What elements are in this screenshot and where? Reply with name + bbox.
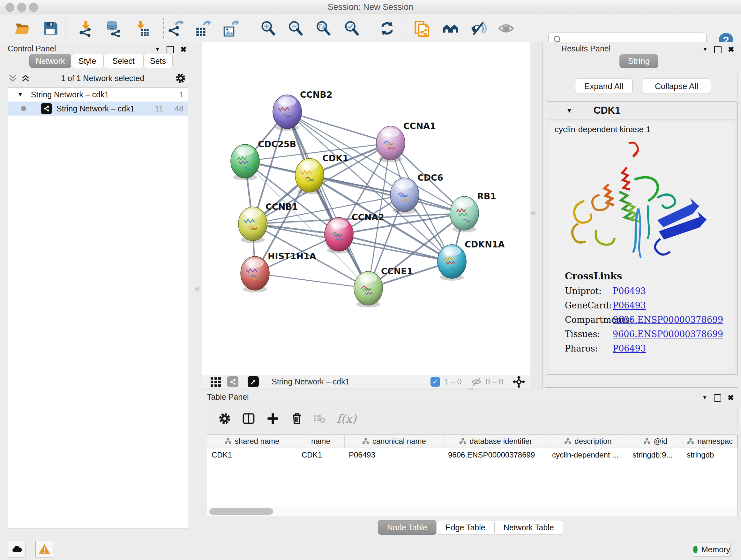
network-node-CCNA1[interactable] (376, 126, 405, 162)
function-builder-icon[interactable]: f(x) (337, 412, 356, 425)
import-table-icon[interactable] (133, 20, 150, 37)
network-node-HIST1H1A[interactable] (241, 256, 269, 293)
crosslink-link[interactable]: 9606.ENSP00000378699 (613, 329, 723, 339)
tab-edge-table[interactable]: Edge Table (436, 520, 495, 535)
add-column-icon[interactable] (266, 412, 280, 426)
open-session-icon[interactable] (14, 20, 31, 37)
network-node-CCNB2[interactable] (273, 95, 301, 131)
crosslink-link[interactable]: P06493 (613, 344, 646, 354)
grid-view-icon[interactable] (210, 376, 221, 388)
crosslink-link[interactable]: 9606.ENSP00000378699 (613, 315, 723, 325)
network-collection-row[interactable]: ▼ String Network – cdk1 1 (8, 87, 188, 102)
table-panel-float-icon[interactable] (714, 394, 721, 401)
table-cell[interactable]: CDK1 (297, 448, 344, 462)
toolbar-separator (163, 18, 164, 38)
table-horizontal-scrollbar[interactable] (207, 507, 737, 516)
import-network-database-icon[interactable] (105, 20, 122, 37)
zoom-fit-icon[interactable] (315, 20, 332, 37)
network-node-CCNB1[interactable] (239, 207, 267, 243)
delete-table-icon[interactable] (313, 412, 326, 425)
table-options-gear-icon[interactable] (218, 412, 231, 425)
selected-nodes-checkbox[interactable]: ✓ (430, 377, 440, 387)
network-node-CDC25B[interactable] (231, 144, 259, 180)
network-node-CCNE1[interactable] (354, 271, 383, 307)
network-tree: ▼ String Network – cdk1 1 String Network… (8, 87, 188, 528)
collection-count: 1 (179, 90, 184, 99)
network-edges[interactable] (245, 112, 464, 288)
table-cell[interactable]: stringdb (682, 448, 737, 462)
zoom-selected-icon[interactable] (343, 20, 360, 37)
show-columns-icon[interactable] (242, 412, 256, 426)
column-header-description[interactable]: description (548, 435, 628, 448)
tab-network[interactable]: Network (29, 54, 71, 68)
results-panel-close-icon[interactable]: ✖ (728, 45, 734, 54)
control-panel-collapse-icon[interactable]: ▼ (155, 46, 160, 53)
expand-all-button[interactable]: Expand All (575, 78, 632, 94)
table-cell[interactable]: cyclin-dependent ... (548, 448, 628, 462)
toolbar-separator (365, 18, 365, 38)
refresh-icon[interactable] (379, 20, 396, 37)
network-node-RB1[interactable] (450, 196, 479, 233)
import-network-file-icon[interactable] (77, 20, 95, 37)
tab-sets[interactable]: Sets (143, 54, 173, 68)
tab-string[interactable]: String (619, 54, 658, 68)
crosslink-label: Uniprot: (565, 286, 613, 296)
tab-style[interactable]: Style (71, 54, 104, 68)
export-table-icon[interactable] (195, 20, 212, 37)
zoom-out-icon[interactable] (287, 20, 304, 37)
column-header-@id[interactable]: @id (628, 435, 683, 448)
cloud-button[interactable] (8, 541, 26, 557)
delete-column-icon[interactable] (290, 412, 304, 425)
scrollbar-thumb[interactable] (209, 508, 273, 515)
table-cell[interactable]: 9606.ENSP00000378699 (444, 448, 548, 462)
network-canvas[interactable]: CCNB2CCNA1CDC25BCDK1CDC6RB1CCNB1CCNA2CDK… (202, 42, 530, 375)
tree-expander-icon[interactable]: ▼ (17, 91, 23, 98)
tab-network-table[interactable]: Network Table (494, 520, 563, 535)
zoom-in-icon[interactable] (259, 20, 277, 37)
column-header-database-identifier[interactable]: database identifier (444, 435, 548, 448)
export-image-icon[interactable] (222, 20, 240, 37)
birdseye-view-icon[interactable] (248, 376, 259, 387)
column-header-name[interactable]: name (297, 435, 345, 448)
table-cell[interactable]: P06493 (344, 448, 444, 462)
memory-button[interactable]: Memory (693, 542, 731, 557)
pan-crosshair-icon[interactable] (513, 375, 525, 388)
results-panel-float-icon[interactable] (714, 46, 722, 53)
clone-network-icon[interactable] (414, 20, 431, 37)
network-node-CDKN1A[interactable] (437, 245, 466, 281)
table-cell[interactable]: CDK1 (207, 448, 297, 462)
collapse-all-button[interactable]: Collapse All (642, 78, 711, 94)
first-neighbors-icon[interactable] (442, 20, 459, 37)
network-options-gear-icon[interactable] (175, 72, 186, 84)
column-header-canonical-name[interactable]: canonical name (345, 435, 444, 448)
table-cell[interactable]: stringdb:9... (628, 448, 682, 462)
hide-selected-icon[interactable] (470, 20, 487, 37)
control-panel-title: Control Panel (8, 44, 56, 53)
table-panel-close-icon[interactable]: ✖ (728, 393, 734, 402)
results-panel-collapse-icon[interactable]: ▼ (702, 46, 708, 53)
tab-select[interactable]: Select (104, 54, 144, 68)
expand-all-icon[interactable] (21, 74, 30, 82)
network-view-icon[interactable] (227, 376, 239, 387)
column-header-namespac[interactable]: namespac (683, 435, 738, 448)
toolbar-separator (246, 18, 246, 38)
node-result-header[interactable]: ▼ CDK1 (547, 102, 737, 119)
export-network-icon[interactable] (167, 20, 185, 37)
crosslink-label: Tissues: (565, 329, 613, 339)
section-collapse-icon[interactable]: ▼ (566, 107, 572, 114)
left-splitter-handle[interactable] (195, 287, 199, 291)
save-session-icon[interactable] (42, 20, 59, 37)
show-graphics-icon[interactable] (497, 20, 515, 37)
crosslink-link[interactable]: P06493 (613, 286, 646, 296)
table-panel-collapse-icon[interactable]: ▼ (702, 395, 708, 401)
right-splitter-handle[interactable] (531, 211, 536, 215)
table-tabs: Node TableEdge TableNetwork Table (378, 520, 563, 535)
collapse-all-icon[interactable] (8, 74, 17, 82)
control-panel-close-icon[interactable]: ✖ (180, 45, 187, 54)
crosslink-link[interactable]: P06493 (613, 300, 646, 310)
network-row[interactable]: String Network – cdk1 11 48 (8, 102, 188, 116)
tab-node-table[interactable]: Node Table (378, 520, 436, 535)
column-header-shared-name[interactable]: shared name (207, 435, 297, 448)
control-panel-float-icon[interactable] (166, 46, 174, 53)
warning-button[interactable] (36, 541, 53, 557)
